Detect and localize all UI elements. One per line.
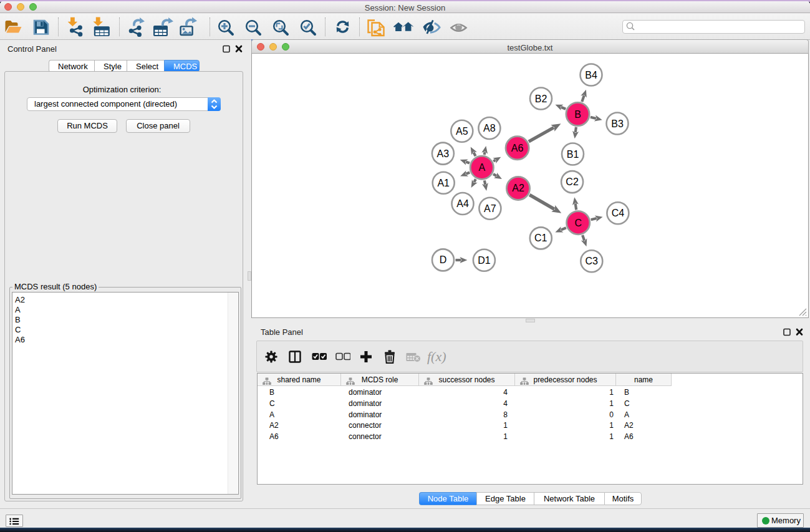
svg-text:A3: A3 bbox=[437, 148, 450, 159]
svg-text:A8: A8 bbox=[483, 123, 496, 133]
svg-text:B: B bbox=[574, 109, 581, 120]
svg-text:D: D bbox=[440, 254, 447, 265]
svg-text:A6: A6 bbox=[511, 143, 524, 153]
svg-text:B4: B4 bbox=[585, 70, 597, 80]
svg-text:A: A bbox=[478, 162, 485, 173]
svg-text:A5: A5 bbox=[456, 126, 468, 137]
svg-text:C3: C3 bbox=[586, 256, 599, 266]
svg-text:A7: A7 bbox=[484, 203, 496, 214]
svg-text:D1: D1 bbox=[478, 255, 491, 266]
svg-text:B1: B1 bbox=[567, 149, 579, 160]
svg-text:B3: B3 bbox=[611, 118, 624, 129]
svg-text:B2: B2 bbox=[535, 94, 547, 104]
svg-text:C4: C4 bbox=[612, 208, 625, 218]
svg-text:A1: A1 bbox=[437, 178, 450, 188]
svg-text:A4: A4 bbox=[456, 198, 469, 209]
svg-text:C: C bbox=[574, 218, 582, 228]
svg-text:C1: C1 bbox=[534, 233, 547, 243]
svg-text:C2: C2 bbox=[566, 177, 579, 187]
svg-text:A2: A2 bbox=[512, 183, 524, 193]
